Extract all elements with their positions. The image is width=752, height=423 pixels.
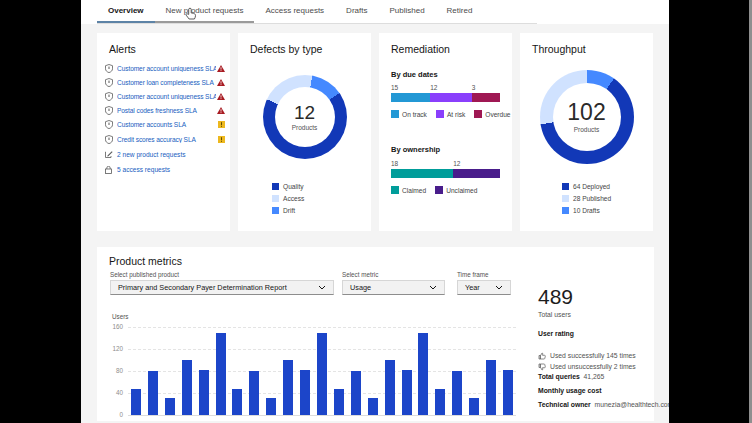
legend-label: Quality: [283, 183, 304, 190]
bar: [469, 398, 479, 415]
error-triangle-icon: [216, 93, 225, 100]
throughput-count-label: Products: [574, 126, 600, 133]
legend-swatch: [474, 110, 482, 118]
legend-label: Drift: [283, 207, 295, 214]
defects-donut-chart: 12 Products: [263, 75, 347, 159]
legend-label: 10 Drafts: [573, 207, 600, 214]
legend-item: Claimed: [391, 186, 426, 194]
alert-item[interactable]: Customer account uniqueness SLA: [105, 89, 225, 103]
shield-icon: [105, 120, 114, 129]
legend-swatch: [562, 195, 569, 202]
select-time-frame[interactable]: Year: [457, 280, 511, 295]
legend-item: At risk: [436, 110, 465, 118]
product-metrics-card: Product metrics Select published product…: [97, 247, 654, 421]
legend-item: On track: [391, 110, 427, 118]
defects-by-type-card: Defects by type 12 Products QualityAcces…: [238, 33, 371, 231]
segment-value: 3: [472, 84, 476, 91]
throughput-donut-chart: 102 Products: [540, 70, 634, 164]
dashboard-stage: OverviewNew product requestsAccess reque…: [81, 0, 669, 423]
tab-list: OverviewNew product requestsAccess reque…: [97, 0, 537, 24]
bar: [131, 389, 141, 415]
alert-item[interactable]: Customer accounts SLA: [105, 118, 225, 132]
due-dates-values: 15123: [391, 84, 500, 92]
legend-swatch: [391, 110, 399, 118]
chevron-down-icon: [318, 285, 326, 290]
tab-retired[interactable]: Retired: [436, 0, 484, 23]
alert-link[interactable]: 2 new product requests: [105, 147, 225, 162]
technical-owner: Technical owner munezia@healthtech.com: [538, 401, 669, 408]
alert-item[interactable]: Postal codes freshness SLA: [105, 104, 225, 118]
total-queries-value: 41,265: [584, 373, 605, 380]
defects-count-label: Products: [292, 124, 318, 131]
tab-access-requests[interactable]: Access requests: [254, 0, 335, 23]
alert-list: Customer account uniqueness SLACustomer …: [105, 61, 225, 177]
legend-label: At risk: [447, 111, 465, 118]
product-metrics-title: Product metrics: [109, 255, 182, 267]
warning-square-icon: [216, 121, 225, 128]
bar: [486, 360, 496, 415]
tab-overview[interactable]: Overview: [97, 0, 155, 23]
bar: [435, 389, 445, 415]
segment-value: 18: [391, 160, 398, 167]
bar: [402, 370, 412, 415]
alert-link[interactable]: 5 access requests: [105, 163, 225, 178]
legend-label: 64 Deployed: [573, 183, 610, 190]
time-frame-label: Time frame: [457, 271, 489, 278]
shield-icon: [105, 92, 114, 101]
bar: [368, 398, 378, 415]
error-triangle-icon: [216, 65, 225, 72]
bar: [199, 370, 209, 415]
legend-item: Drift: [272, 207, 304, 214]
shield-icon: [105, 135, 114, 144]
bar: [249, 371, 259, 415]
alert-item[interactable]: Customer loan completeness SLA: [105, 75, 225, 89]
alert-label: Customer account uniqueness SLA: [117, 65, 216, 72]
alert-item[interactable]: Customer account uniqueness SLA: [105, 61, 225, 75]
bar: [148, 371, 158, 415]
segment-overdue: [472, 93, 500, 102]
y-tick-label: 120: [97, 345, 123, 352]
tab-new-product-requests[interactable]: New product requests: [155, 0, 255, 23]
mouse-cursor-hand-icon: [185, 7, 198, 21]
bar: [283, 360, 293, 415]
remediation-card-title: Remediation: [391, 43, 450, 55]
bar: [334, 389, 344, 415]
alert-link-label: 2 new product requests: [117, 151, 186, 158]
bar: [351, 371, 361, 415]
select-published-product[interactable]: Primary and Secondary Payer Determinatio…: [110, 280, 334, 295]
bar-series: [128, 327, 516, 415]
ownership-legend: ClaimedUnclaimed: [391, 186, 506, 194]
chevron-down-icon: [495, 285, 503, 290]
select-metric[interactable]: Usage: [342, 280, 445, 295]
alert-label: Postal codes freshness SLA: [117, 107, 216, 114]
tab-published[interactable]: Published: [378, 0, 435, 23]
segment-at-risk: [430, 93, 471, 102]
alert-item[interactable]: Credit scores accuracy SLA: [105, 132, 225, 146]
alert-label: Credit scores accuracy SLA: [117, 136, 216, 143]
legend-label: Claimed: [402, 187, 426, 194]
segment-value: 12: [430, 84, 437, 91]
warning-square-icon: [216, 136, 225, 143]
total-queries: Total queries 41,265: [538, 373, 604, 380]
y-tick-label: 160: [97, 323, 123, 330]
bar: [300, 370, 310, 415]
bar: [317, 333, 327, 416]
segment-claimed: [391, 169, 453, 178]
legend-swatch: [435, 186, 443, 194]
legend-swatch: [391, 186, 399, 194]
legend-item: Access: [272, 195, 304, 202]
throughput-count: 102: [567, 101, 605, 124]
select-metric-label: Select metric: [342, 271, 378, 278]
defects-count: 12: [294, 103, 315, 122]
select-metric-value: Usage: [350, 283, 424, 292]
defects-donut-center: 12 Products: [263, 75, 347, 159]
shield-icon: [105, 64, 114, 73]
tab-drafts[interactable]: Drafts: [335, 0, 378, 23]
segment-unclaimed: [453, 169, 500, 178]
throughput-card: Throughput 102 Products 64 Deployed28 Pu…: [520, 33, 653, 231]
due-dates-heading: By due dates: [391, 70, 438, 79]
defects-legend: QualityAccessDrift: [272, 183, 304, 214]
alert-link-label: 5 access requests: [117, 166, 170, 173]
alert-label: Customer loan completeness SLA: [117, 79, 216, 86]
thumbs-down-text: Used unsuccessfully 2 times: [550, 363, 636, 370]
